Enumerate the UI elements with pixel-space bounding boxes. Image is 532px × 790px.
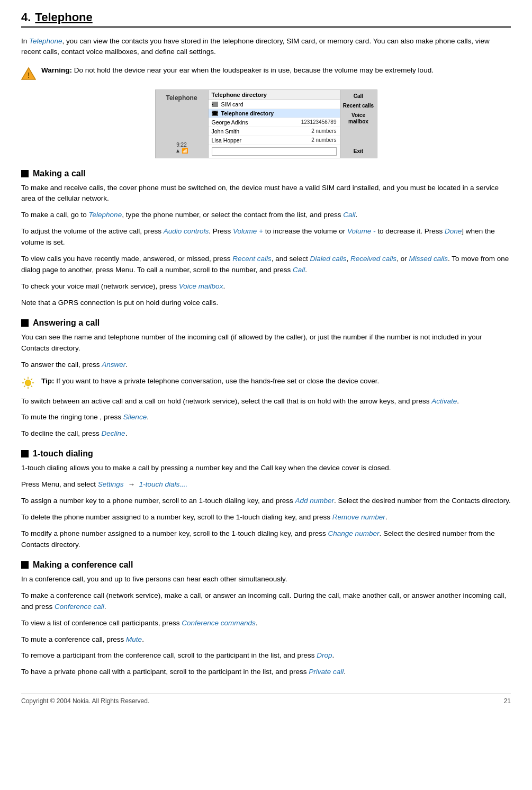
section-making-a-call-title: Making a call [33,169,86,178]
1touch-para3: To assign a number key to a phone number… [21,496,511,507]
arrow-symbol: → [128,479,135,490]
screen-row-name-sim: SIM card [221,101,337,107]
link-activate: Activate [431,397,457,405]
conference-para5: To remove a participant from the confere… [21,650,511,661]
copyright-text: Copyright © 2004 Nokia. All Rights Reser… [21,697,149,705]
screen-row-lisa: Lisa Hopper 2 numbers [209,136,340,145]
link-volume-plus: Volume + [233,227,263,235]
phone-right-buttons: Call Recent calls Voice mailbox Exit [340,90,377,158]
screen-row-sim: ▪ SIM card [209,100,340,109]
making-call-para5: To check your voice mail (network servic… [21,281,511,292]
screen-title: Telephone directory [212,92,267,98]
tel-icon: ☎ [212,111,218,116]
link-missed-calls: Missed calls [409,255,448,263]
section-answering-a-call-header: Answering a call [21,318,511,328]
btn-recent-calls: Recent calls [343,103,374,109]
screen-input-field[interactable] [212,147,337,156]
link-private-call: Private call [309,668,344,676]
conference-para1: In a conference call, you and up to five… [21,574,511,585]
link-conference-commands: Conference commands [182,619,256,627]
link-settings: Settings [98,480,124,488]
answering-para3: To switch between an active call and a c… [21,396,511,407]
screen-header: Telephone directory [209,90,340,100]
screen-row-john: John Smith 2 numbers [209,127,340,136]
conference-para3: To view a list of conference call partic… [21,618,511,629]
link-drop: Drop [317,651,332,659]
screen-row-george: George Adkins 123123456789 [209,118,340,127]
svg-line-9 [31,379,32,380]
svg-line-7 [24,379,25,380]
screen-num-george: 123123456789 [301,119,337,125]
link-voice-mailbox: Voice mailbox [179,282,223,290]
sim-icon: ▪ [212,102,218,107]
link-volume-minus: Volume - [347,227,376,235]
link-done: Done [445,227,462,235]
btn-voice-mailbox: Voice mailbox [342,112,375,125]
btn-exit: Exit [354,148,363,155]
link-add-number: Add number [295,497,335,505]
link-recent-calls: Recent calls [232,255,272,263]
section-square-icon4 [21,561,29,569]
svg-text:!: ! [28,71,30,79]
page-footer: Copyright © 2004 Nokia. All Rights Reser… [21,694,511,705]
answering-para2: To answer the call, press Answer. [21,360,511,371]
page-number: 21 [504,697,511,705]
phone-label: Telephone [166,94,197,102]
btn-call: Call [354,93,363,100]
screen-name-john: John Smith [212,128,310,134]
section-square-icon [21,170,29,177]
making-call-para1: To make and receive calls, the cover pho… [21,183,511,205]
screen-row-name-tel: Telephone directory [221,110,337,116]
link-received-calls: Received calls [350,255,396,263]
section-title-text: Telephone [35,11,92,24]
link-dialed-calls: Dialed calls [310,255,347,263]
phone-body-left: Telephone 9:22 ▲ 📶 [156,90,209,158]
link-1touch-dials: 1-touch dials.... [139,480,188,488]
intro-link-telephone: Telephone [29,37,62,45]
making-call-para6: Note that a GPRS connection is put on ho… [21,298,511,309]
warning-box: ! Warning: Do not hold the device near y… [21,65,511,81]
link-call2: Call [293,266,305,274]
link-change-number: Change number [328,529,380,537]
1touch-para2: Press Menu, and select Settings → 1-touc… [21,479,511,490]
link-silence: Silence [123,413,147,421]
screen-name-george: George Adkins [212,119,299,125]
tip-label: Tip: [41,377,55,385]
section-making-a-call-header: Making a call [21,169,511,178]
section-square-icon2 [21,319,29,327]
screenshot-mockup: Telephone 9:22 ▲ 📶 Telephone directory ▪… [155,89,377,158]
making-call-para4: To view calls you have recently made, an… [21,254,511,276]
phone-time: 9:22 [176,142,186,148]
answering-para4: To mute the ringing tone , press Silence… [21,412,511,423]
section-number: 4. [21,11,31,24]
signal-icon: 📶 [182,148,188,154]
screen-row-tel-dir: ☎ Telephone directory [209,109,340,118]
answering-para5: To decline the call, press Decline. [21,428,511,439]
section-1touch-title: 1-touch dialing [33,449,93,459]
phone-screen: Telephone directory ▪ SIM card ☎ Telepho… [209,90,340,158]
warning-label: Warning: [41,66,72,74]
section-square-icon3 [21,450,29,457]
section-conference-header: Making a conference call [21,560,511,570]
screenshot-container: Telephone 9:22 ▲ 📶 Telephone directory ▪… [21,89,511,158]
screen-name-lisa: Lisa Hopper [212,137,310,143]
warning-text: Warning: Do not hold the device near you… [41,65,434,76]
link-telephone: Telephone [89,211,122,219]
link-conference-call: Conference call [55,603,104,611]
tip-box: Tip: If you want to have a private telep… [21,376,511,391]
link-call: Call [343,211,355,219]
1touch-para5: To modify a phone number assigned to a n… [21,528,511,551]
svg-line-10 [24,385,25,387]
section-1touch-header: 1-touch dialing [21,449,511,459]
section-conference-title: Making a conference call [33,560,133,570]
link-audio-controls: Audio controls [164,227,209,235]
svg-line-8 [31,385,32,387]
intro-paragraph: In Telephone, you can view the contacts … [21,36,511,58]
phone-status-icons: ▲ 📶 [175,148,188,154]
section-answering-title: Answering a call [33,318,100,328]
1touch-para1: 1-touch dialing allows you to make a cal… [21,463,511,474]
link-mute: Mute [126,635,142,643]
link-decline: Decline [102,429,125,437]
1touch-para4: To delete the phone number assigned to a… [21,512,511,523]
screen-num-john: 2 numbers [311,128,336,134]
